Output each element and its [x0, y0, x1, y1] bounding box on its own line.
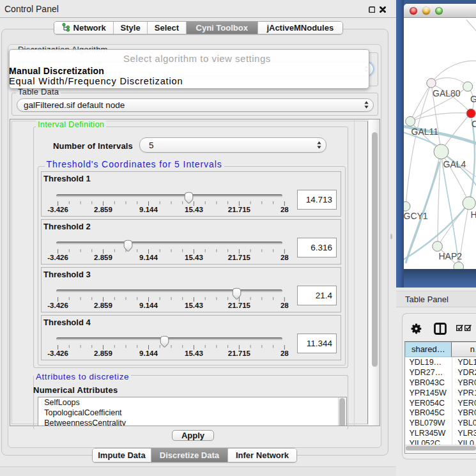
svg-text:H: H	[470, 209, 476, 219]
svg-text:GA: GA	[470, 94, 476, 104]
svg-text:GAL80: GAL80	[433, 88, 461, 98]
svg-text:GAL11: GAL11	[411, 126, 438, 136]
svg-text:GCY1: GCY1	[404, 210, 428, 220]
svg-text:GAL4: GAL4	[443, 158, 466, 169]
svg-text:C: C	[472, 119, 476, 129]
svg-text:HAP2: HAP2	[438, 250, 462, 261]
